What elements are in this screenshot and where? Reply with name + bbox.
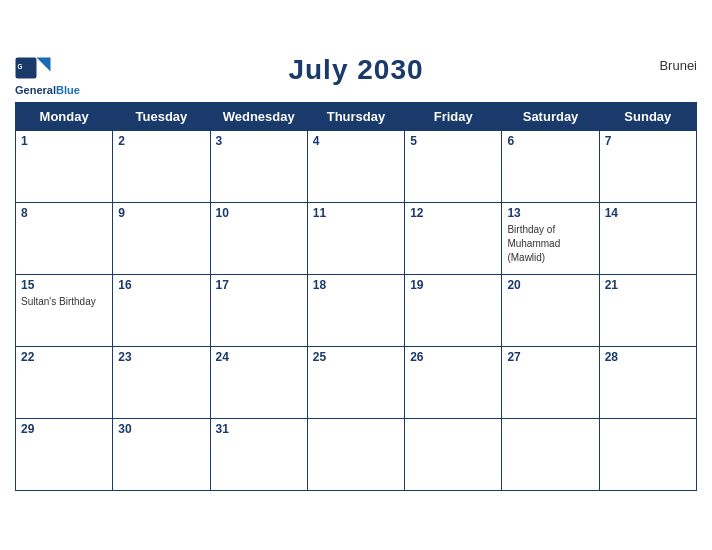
- week-row-3: 15Sultan's Birthday161718192021: [16, 275, 697, 347]
- logo-blue: Blue: [56, 84, 80, 96]
- calendar-day-cell: 25: [307, 347, 404, 419]
- day-number: 23: [118, 350, 204, 364]
- day-number: 13: [507, 206, 593, 220]
- day-number: 12: [410, 206, 496, 220]
- header-saturday: Saturday: [502, 103, 599, 131]
- day-number: 19: [410, 278, 496, 292]
- calendar-day-cell: 30: [113, 419, 210, 491]
- day-number: 11: [313, 206, 399, 220]
- day-number: 6: [507, 134, 593, 148]
- day-number: 27: [507, 350, 593, 364]
- calendar-day-cell: 6: [502, 131, 599, 203]
- day-number: 5: [410, 134, 496, 148]
- day-number: 14: [605, 206, 691, 220]
- week-row-4: 22232425262728: [16, 347, 697, 419]
- header-wednesday: Wednesday: [210, 103, 307, 131]
- day-number: 30: [118, 422, 204, 436]
- calendar-day-cell: 27: [502, 347, 599, 419]
- week-row-5: 293031: [16, 419, 697, 491]
- day-number: 28: [605, 350, 691, 364]
- weekday-header-row: Monday Tuesday Wednesday Thursday Friday…: [16, 103, 697, 131]
- generalblue-logo-icon: G: [15, 54, 51, 82]
- day-number: 31: [216, 422, 302, 436]
- country-label: Brunei: [607, 54, 697, 73]
- calendar-day-cell: 13Birthday of Muhammad (Mawlid): [502, 203, 599, 275]
- calendar-day-cell: 5: [405, 131, 502, 203]
- week-row-1: 1234567: [16, 131, 697, 203]
- day-number: 4: [313, 134, 399, 148]
- calendar-day-cell: 20: [502, 275, 599, 347]
- calendar-day-cell: 19: [405, 275, 502, 347]
- event-text: Sultan's Birthday: [21, 296, 96, 307]
- day-number: 20: [507, 278, 593, 292]
- calendar-day-cell: 29: [16, 419, 113, 491]
- logo-area: G GeneralBlue: [15, 54, 105, 96]
- calendar-day-cell: [599, 419, 696, 491]
- calendar-day-cell: 24: [210, 347, 307, 419]
- calendar-month-year: July 2030: [105, 54, 607, 86]
- header-sunday: Sunday: [599, 103, 696, 131]
- calendar-body: 12345678910111213Birthday of Muhammad (M…: [16, 131, 697, 491]
- event-text: Birthday of Muhammad (Mawlid): [507, 224, 560, 263]
- day-number: 17: [216, 278, 302, 292]
- svg-marker-1: [37, 57, 51, 71]
- day-number: 26: [410, 350, 496, 364]
- day-number: 18: [313, 278, 399, 292]
- calendar-day-cell: 31: [210, 419, 307, 491]
- day-number: 16: [118, 278, 204, 292]
- calendar-day-cell: 9: [113, 203, 210, 275]
- day-number: 8: [21, 206, 107, 220]
- calendar-day-cell: 3: [210, 131, 307, 203]
- calendar-day-cell: 26: [405, 347, 502, 419]
- day-number: 15: [21, 278, 107, 292]
- logo-text: GeneralBlue: [15, 84, 80, 96]
- day-number: 7: [605, 134, 691, 148]
- header-friday: Friday: [405, 103, 502, 131]
- calendar-day-cell: 16: [113, 275, 210, 347]
- calendar-day-cell: 8: [16, 203, 113, 275]
- header-tuesday: Tuesday: [113, 103, 210, 131]
- calendar-day-cell: 1: [16, 131, 113, 203]
- day-number: 21: [605, 278, 691, 292]
- calendar-day-cell: 21: [599, 275, 696, 347]
- svg-text:G: G: [18, 63, 23, 70]
- calendar-day-cell: 15Sultan's Birthday: [16, 275, 113, 347]
- day-number: 10: [216, 206, 302, 220]
- calendar-day-cell: 4: [307, 131, 404, 203]
- day-number: 22: [21, 350, 107, 364]
- week-row-2: 8910111213Birthday of Muhammad (Mawlid)1…: [16, 203, 697, 275]
- calendar-day-cell: [405, 419, 502, 491]
- calendar-wrapper: G GeneralBlue July 2030 Brunei Monday Tu…: [0, 44, 712, 506]
- calendar-day-cell: 2: [113, 131, 210, 203]
- day-number: 9: [118, 206, 204, 220]
- day-number: 25: [313, 350, 399, 364]
- day-number: 2: [118, 134, 204, 148]
- logo-general: General: [15, 84, 56, 96]
- header-monday: Monday: [16, 103, 113, 131]
- day-number: 29: [21, 422, 107, 436]
- day-number: 1: [21, 134, 107, 148]
- calendar-header: G GeneralBlue July 2030 Brunei: [15, 54, 697, 96]
- calendar-day-cell: 7: [599, 131, 696, 203]
- calendar-title: July 2030: [105, 54, 607, 86]
- calendar-day-cell: 28: [599, 347, 696, 419]
- calendar-table: Monday Tuesday Wednesday Thursday Friday…: [15, 102, 697, 491]
- calendar-day-cell: 14: [599, 203, 696, 275]
- header-thursday: Thursday: [307, 103, 404, 131]
- calendar-day-cell: 18: [307, 275, 404, 347]
- calendar-day-cell: 10: [210, 203, 307, 275]
- calendar-day-cell: [307, 419, 404, 491]
- calendar-day-cell: 22: [16, 347, 113, 419]
- day-number: 3: [216, 134, 302, 148]
- calendar-day-cell: 11: [307, 203, 404, 275]
- calendar-day-cell: 12: [405, 203, 502, 275]
- calendar-day-cell: [502, 419, 599, 491]
- calendar-day-cell: 23: [113, 347, 210, 419]
- calendar-day-cell: 17: [210, 275, 307, 347]
- day-number: 24: [216, 350, 302, 364]
